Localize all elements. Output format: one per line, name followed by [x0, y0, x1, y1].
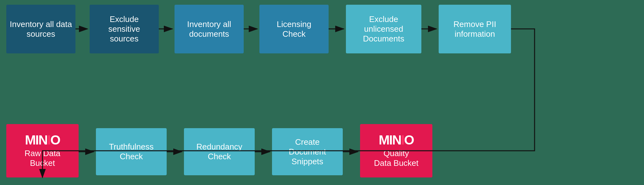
minio-logo-1: MINIO [25, 133, 60, 147]
minio-raw-label: Raw DataBucket [25, 149, 60, 168]
box-exclude-unlicensed-documents: ExcludeunlicensedDocuments [346, 5, 421, 53]
box-create-document-snippets: CreateDocumentSnippets [272, 128, 343, 175]
box-licensing-check: LicensingCheck [259, 5, 329, 53]
box-truthfulness-check: TruthfulnessCheck [96, 128, 167, 175]
box-inventory-all-data-sources: Inventory all data sources [6, 5, 75, 53]
diagram-container: Inventory all data sources Excludesensit… [0, 0, 644, 185]
box-redundancy-check: RedundancyCheck [184, 128, 255, 175]
box-inventory-all-documents: Inventory alldocuments [175, 5, 244, 53]
box-minio-raw-data-bucket: MINIO Raw DataBucket [6, 124, 79, 177]
box-remove-pii-information: Remove PIIinformation [439, 5, 511, 53]
box-exclude-sensitive-sources: Excludesensitivesources [90, 5, 159, 53]
minio-quality-label: QualityData Bucket [374, 149, 419, 168]
minio-logo-2: MINIO [379, 133, 414, 147]
box-minio-quality-data-bucket: MINIO QualityData Bucket [360, 124, 432, 177]
